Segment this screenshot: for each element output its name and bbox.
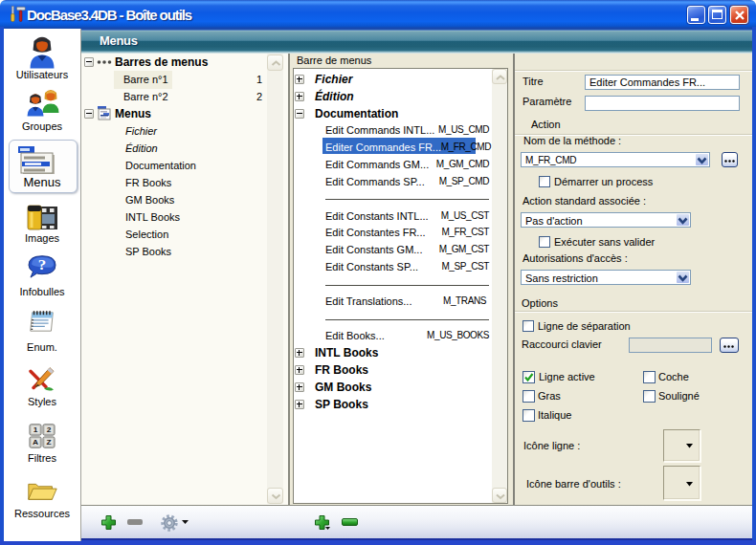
svg-text:A: A xyxy=(33,438,38,447)
svg-text:1: 1 xyxy=(33,425,38,434)
svg-text:2: 2 xyxy=(47,425,52,434)
svg-text:Z: Z xyxy=(46,438,51,447)
svg-text:?: ? xyxy=(38,257,47,272)
